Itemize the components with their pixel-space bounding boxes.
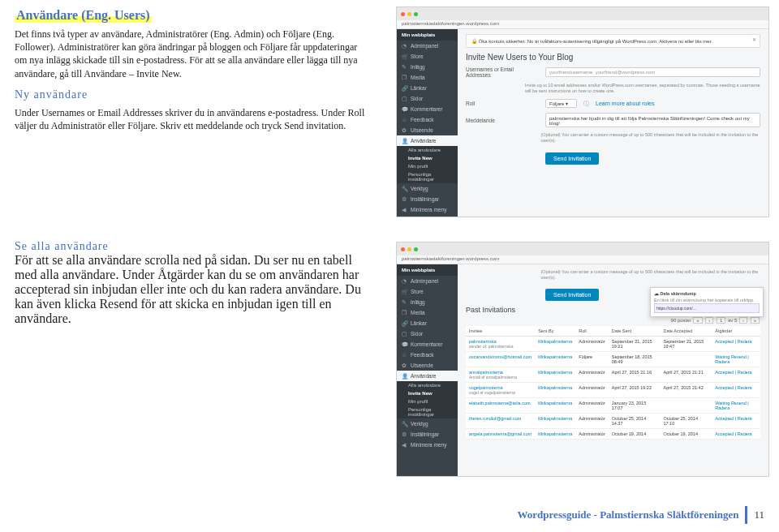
min-dot-icon[interactable] (407, 247, 411, 251)
sidebar-item-feedback[interactable]: ☆Feedback (397, 114, 458, 125)
sidebar-sub-settings[interactable]: Personliga inställningar (397, 170, 458, 183)
sidebar-item-tools[interactable]: 🔧Verktyg (397, 183, 458, 194)
textarea-message[interactable]: palmstiernska har bjudit in dig till att… (545, 113, 760, 127)
media-icon: ❐ (402, 310, 407, 315)
sidebar-collapse[interactable]: ◀Minimera meny (397, 440, 458, 450)
hint-message: (Optional) You can enter a custom messag… (541, 132, 760, 144)
share-url[interactable]: https://cloudup.com/... (654, 303, 760, 313)
pager: 90 poster « ‹ 1 av 5 › » (466, 317, 760, 324)
sidebar-item-adminpanel[interactable]: ◔Adminpanel (397, 41, 458, 51)
pager-last[interactable]: » (751, 317, 760, 324)
max-dot-icon[interactable] (414, 247, 418, 251)
cell-role: Administratör (575, 383, 608, 398)
sidebar-item-media[interactable]: ❐Media (397, 72, 458, 83)
sidebar-item-links[interactable]: 🔗Länkar (397, 83, 458, 93)
sidebar-sub-invitenew[interactable]: Invite New (397, 389, 458, 397)
th-invitee[interactable]: Invitee (466, 326, 535, 337)
sidebar-sub-settings[interactable]: Personliga inställningar (397, 405, 458, 418)
subheading-all-users: Se alla användare (15, 240, 372, 253)
cell-actions[interactable]: Waiting Resend | Radera (712, 398, 760, 414)
sidebar-item-store[interactable]: 🛒Store (397, 51, 458, 62)
pager-first[interactable]: « (693, 317, 702, 324)
sidebar-collapse[interactable]: ◀Minimera meny (397, 204, 458, 215)
screenshot-invite: palmstiernskaslaktforeningen.wordpress.c… (396, 6, 769, 217)
cell-date-sent: April 27, 2015 19:22 (609, 383, 661, 398)
sidebar-item-posts[interactable]: ✎Inlägg (397, 297, 458, 307)
sidebar-site-title[interactable]: Min webbplats (397, 29, 458, 41)
link-roles[interactable]: Learn more about roles (596, 101, 654, 106)
gear-icon: ⚙ (402, 196, 407, 202)
pager-prev[interactable]: ‹ (705, 317, 713, 324)
send-invitation-button[interactable]: Send Invitation (545, 152, 599, 165)
sidebar-item-comments[interactable]: 💬Kommentarer (397, 104, 458, 114)
sidebar-item-pages[interactable]: ▢Sidor (397, 93, 458, 104)
cell-actions[interactable]: Waiting Resend | Radera (712, 352, 760, 367)
pager-current[interactable]: 1 (717, 317, 725, 324)
th-role[interactable]: Roll (575, 326, 608, 337)
hint-usernames: Invite up to 10 email addresses and/or W… (525, 83, 760, 94)
collapse-icon: ◀ (402, 442, 407, 448)
th-sentby[interactable]: Sent By (535, 326, 575, 337)
select-role[interactable]: Följare ▾ (545, 99, 577, 108)
pager-next[interactable]: › (739, 317, 747, 324)
cell-sentby: lillrikapalmstierna (535, 398, 575, 414)
gauge-icon: ◔ (402, 278, 407, 284)
cell-actions[interactable]: Accepted | Radera (712, 367, 760, 383)
max-dot-icon[interactable] (414, 12, 418, 16)
wp-sidebar: Min webbplats ◔Adminpanel 🛒Store ✎Inlägg… (397, 264, 458, 476)
table-row: angela.palmstierna@gmail.comlillrikapalm… (466, 429, 760, 440)
sidebar-item-store[interactable]: 🛒Store (397, 286, 458, 297)
hint-message-2: (Optional) You can enter a custom messag… (541, 269, 760, 281)
table-row: vogelpalmstiernavogel af vogelpalmstiern… (466, 383, 760, 398)
sidebar-sub-allusers[interactable]: Alla användare (397, 381, 458, 389)
label-role: Roll (466, 101, 539, 106)
section-title-users: Användare (Eng. Users) (15, 7, 152, 23)
th-date-accepted[interactable]: Date Accepted (660, 326, 712, 337)
sidebar-item-users[interactable]: 👤Användare (397, 135, 458, 146)
sidebar-item-comments[interactable]: 💬Kommentarer (397, 339, 458, 350)
sidebar-item-adminpanel[interactable]: ◔Adminpanel (397, 276, 458, 286)
sidebar-item-tools[interactable]: 🔧Verktyg (397, 418, 458, 429)
th-date-sent[interactable]: Date Sent (609, 326, 661, 337)
share-desc: En länk till din skärmdump har kopierats… (654, 298, 760, 303)
cell-actions[interactable]: Accepted | Radera (712, 337, 760, 352)
footer-text: Wordpressguide - Palmstiernska Släktföre… (518, 508, 739, 521)
media-icon: ❐ (402, 75, 407, 80)
sidebar-sub-invitenew[interactable]: Invite New (397, 154, 458, 162)
cell-role: Administratör (575, 337, 608, 352)
sidebar-item-feedback[interactable]: ☆Feedback (397, 350, 458, 360)
sidebar-item-posts[interactable]: ✎Inlägg (397, 62, 458, 72)
sidebar-sub-profile[interactable]: Min profil (397, 397, 458, 405)
cell-date-sent: September 18, 2015 08:49 (609, 352, 661, 367)
sidebar-item-appearance[interactable]: ✿Utseende (397, 125, 458, 135)
lock-icon: 🔒 (471, 39, 477, 44)
cell-actions[interactable]: Accepted | Radera (712, 429, 760, 440)
pin-icon: ✎ (402, 299, 407, 305)
sidebar-item-appearance[interactable]: ✿Utseende (397, 360, 458, 371)
close-dot-icon[interactable] (401, 12, 405, 16)
feedback-icon: ☆ (402, 352, 407, 358)
send-invitation-button[interactable]: Send Invitation (545, 289, 599, 301)
sidebar-site-title[interactable]: Min webbplats (397, 264, 458, 276)
cell-actions[interactable]: Accepted | Radera (712, 414, 760, 429)
sidebar-item-settings[interactable]: ⚙Inställningar (397, 194, 458, 204)
gauge-icon: ◔ (402, 43, 407, 49)
link-icon: 🔗 (402, 320, 407, 326)
sidebar-item-pages[interactable]: ▢Sidor (397, 328, 458, 339)
sidebar-sub-allusers[interactable]: Alla användare (397, 146, 458, 154)
close-icon[interactable]: ✕ (752, 36, 756, 42)
cell-invitee: annalpalmstiernaAnnali af annalpalmstier… (466, 367, 535, 383)
min-dot-icon[interactable] (407, 12, 411, 16)
sidebar-item-users[interactable]: 👤Användare (397, 371, 458, 381)
browser-chrome (397, 242, 768, 255)
input-usernames[interactable]: yourfriendusername, yourfriend@wordpress… (545, 67, 760, 77)
sidebar-sub-profile[interactable]: Min profil (397, 162, 458, 170)
sidebar-item-settings[interactable]: ⚙Inställningar (397, 429, 458, 440)
label-usernames: Usernames or Email Addresses (466, 66, 539, 78)
cell-actions[interactable]: Accepted | Radera (712, 383, 760, 398)
screenshot-past-invitations: palmstiernskaslaktforeningen.wordpress.c… (396, 242, 769, 477)
sidebar-item-media[interactable]: ❐Media (397, 307, 458, 318)
close-dot-icon[interactable] (401, 247, 405, 251)
cell-date-accepted: September 21, 2015 19:47 (660, 337, 712, 352)
sidebar-item-links[interactable]: 🔗Länkar (397, 318, 458, 328)
